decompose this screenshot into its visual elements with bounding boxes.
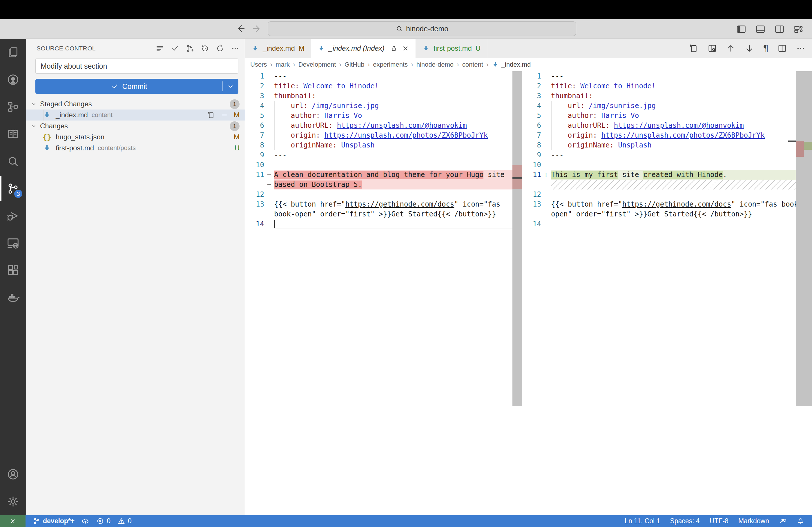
status-indentation[interactable]: Spaces: 4: [670, 517, 699, 525]
editor-action-preview[interactable]: [707, 43, 717, 53]
activity-item-github[interactable]: [0, 66, 26, 93]
code-line[interactable]: 4 url: /img/sunrise.jpg: [245, 101, 522, 111]
breadcrumb-item[interactable]: GitHub: [345, 61, 364, 69]
row-action-unstage[interactable]: [220, 111, 229, 119]
code-line[interactable]: 4 url: /img/sunrise.jpg: [522, 101, 812, 111]
scm-history-button[interactable]: [201, 44, 209, 53]
code-line[interactable]: 3thumbnail:: [522, 91, 812, 101]
scrollbar-handle[interactable]: [512, 177, 522, 179]
open-file-icon[interactable]: [207, 111, 215, 119]
left-scrollbar[interactable]: [512, 71, 522, 406]
activity-item-settings[interactable]: [0, 488, 26, 515]
status-language-mode[interactable]: Markdown: [738, 517, 769, 525]
remote-indicator[interactable]: [0, 515, 26, 527]
editor-action-prev-change[interactable]: [726, 43, 736, 53]
code-line[interactable]: 5 author: Harris Vo: [245, 111, 522, 121]
close-icon[interactable]: [402, 45, 409, 52]
breadcrumb-item[interactable]: content: [462, 61, 483, 69]
scm-file-hugo_stats.json[interactable]: {}hugo_stats.jsonM: [26, 132, 245, 142]
code-line[interactable]: 8 originName: Unsplash: [522, 140, 812, 150]
next-change-icon[interactable]: [744, 43, 754, 53]
scrollbar-handle[interactable]: [788, 140, 796, 142]
code-line[interactable]: 3thumbnail:: [245, 91, 522, 101]
activity-item-explorer[interactable]: [0, 39, 26, 66]
code-line[interactable]: 6 authorURL: https://unsplash.com/@hoanv…: [245, 121, 522, 130]
code-line[interactable]: 8 originName: Unsplash: [245, 140, 522, 150]
commit-message-input[interactable]: Modify about section: [35, 59, 238, 74]
layout-customize-button[interactable]: [794, 24, 804, 34]
scm-commit-check-button[interactable]: [171, 44, 179, 53]
layout-sidebar-right-button[interactable]: [774, 24, 785, 34]
commit-button[interactable]: Commit: [35, 79, 238, 94]
code-line[interactable]: 12: [522, 190, 812, 199]
code-line[interactable]: 2title: Welcome to Hinode!: [245, 81, 522, 91]
code-line[interactable]: 7 origin: https://unsplash.com/photos/ZX…: [522, 130, 812, 140]
code-line[interactable]: 10: [245, 160, 522, 170]
code-line[interactable]: 12: [245, 190, 522, 199]
layout-panel-button[interactable]: [755, 24, 766, 34]
editor-action-split-editor[interactable]: [777, 43, 787, 53]
scm-create-branch-button[interactable]: [186, 44, 194, 53]
status-warnings[interactable]: 0: [117, 517, 132, 525]
code-line[interactable]: 1---: [522, 71, 812, 81]
code-line[interactable]: 9---: [245, 150, 522, 160]
commit-dropdown-button[interactable]: [223, 82, 238, 90]
activity-item-docker[interactable]: [0, 284, 26, 311]
command-center-search[interactable]: hinode-demo: [268, 21, 576, 36]
code-line[interactable]: 13{{< button href="https://gethinode.com…: [245, 199, 522, 219]
split-editor-icon[interactable]: [777, 43, 787, 53]
activity-item-extensions[interactable]: [0, 257, 26, 284]
breadcrumb-item[interactable]: Users: [250, 61, 267, 69]
breadcrumb-item[interactable]: experiments: [373, 61, 408, 69]
code-line[interactable]: 11+This is my first site created with Hi…: [522, 170, 812, 180]
forward-button[interactable]: [252, 24, 262, 34]
code-line[interactable]: 7 origin: https://unsplash.com/photos/ZX…: [245, 130, 522, 140]
code-line[interactable]: 2title: Welcome to Hinode!: [522, 81, 812, 91]
activity-item-source-control[interactable]: 3: [0, 175, 26, 202]
status-errors[interactable]: 0: [96, 517, 111, 525]
right-scrollbar[interactable]: [796, 71, 812, 406]
breadcrumb-item[interactable]: hinode-demo: [417, 61, 453, 69]
scm-view-as-list-button[interactable]: [156, 44, 164, 53]
code-line[interactable]: 14: [245, 219, 522, 229]
code-line[interactable]: 9---: [522, 150, 812, 160]
scm-more-button[interactable]: [231, 44, 240, 53]
status-sync[interactable]: [82, 517, 89, 525]
editor-tab-index.mdIndex[interactable]: _index.md (Index): [311, 39, 416, 58]
status-feedback[interactable]: [779, 517, 787, 525]
layout-sidebar-left-button[interactable]: [736, 24, 746, 34]
status-encoding[interactable]: UTF-8: [710, 517, 728, 525]
editor-tab-index.md[interactable]: _index.mdM: [245, 39, 311, 58]
status-branch[interactable]: develop*+: [32, 517, 74, 525]
activity-item-accounts[interactable]: [0, 461, 26, 488]
scm-file-first-post.md[interactable]: first-post.mdcontent/postsU: [26, 142, 245, 153]
activity-item-docs-view[interactable]: [0, 121, 26, 148]
scm-file-_index.md[interactable]: _index.mdcontentM: [26, 109, 245, 121]
code-line[interactable]: 11−−A clean documentation and blog theme…: [245, 170, 522, 190]
code-line[interactable]: 13{{< button href="https://gethinode.com…: [522, 199, 812, 219]
activity-item-remote-explorer[interactable]: [0, 229, 26, 257]
preview-icon[interactable]: [707, 43, 717, 53]
status-cursor-position[interactable]: Ln 11, Col 1: [625, 517, 660, 525]
unstage-icon[interactable]: [220, 111, 229, 119]
scm-refresh-button[interactable]: [216, 44, 224, 53]
back-button[interactable]: [235, 24, 246, 34]
editor-action-more[interactable]: [796, 43, 806, 53]
activity-item-hierarchy[interactable]: [0, 93, 26, 121]
status-notifications[interactable]: [797, 517, 804, 525]
code-line[interactable]: 6 authorURL: https://unsplash.com/@hoanv…: [522, 121, 812, 130]
editor-tab-first-post.md[interactable]: first-post.mdU: [416, 39, 487, 58]
code-line[interactable]: 10: [522, 160, 812, 170]
editor-action-next-change[interactable]: [744, 43, 754, 53]
code-line[interactable]: 5 author: Harris Vo: [522, 111, 812, 121]
commit-button-main[interactable]: Commit: [35, 82, 222, 91]
open-file-icon[interactable]: [689, 43, 699, 53]
editor-action-open-file[interactable]: [689, 43, 699, 53]
pilcrow-icon[interactable]: ¶: [763, 43, 768, 53]
code-line[interactable]: 1---: [245, 71, 522, 81]
breadcrumb-item[interactable]: Development: [299, 61, 336, 69]
activity-item-run-and-debug[interactable]: [0, 202, 26, 229]
activity-item-search[interactable]: [0, 148, 26, 175]
scm-section-changes[interactable]: Changes1: [26, 121, 245, 132]
more-icon[interactable]: [796, 43, 806, 53]
